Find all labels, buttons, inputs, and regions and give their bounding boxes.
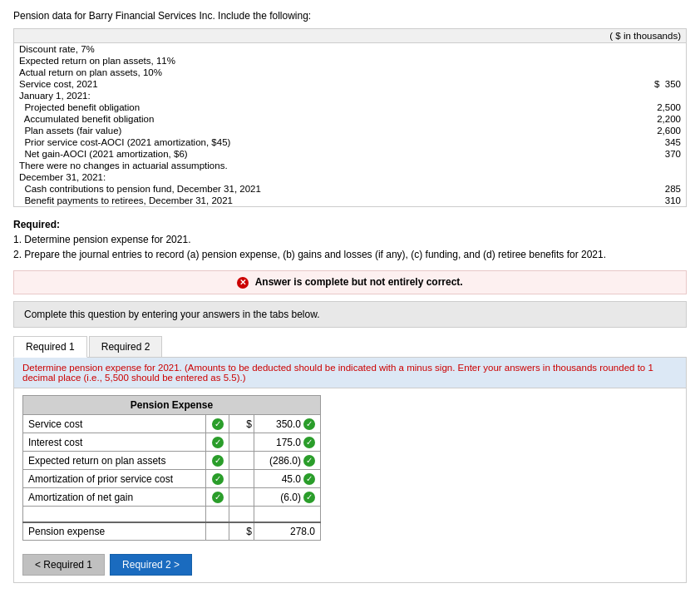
table-row: Service cost, 2021 $ 350: [14, 78, 686, 90]
check-icon: ✓: [212, 492, 224, 503]
row-value: [586, 171, 686, 183]
row-value: (6.0) ✓: [254, 488, 321, 507]
row-value: (286.0) ✓: [254, 452, 321, 470]
pension-total-row: Pension expense $ 278.0: [23, 522, 321, 541]
table-row: Discount rate, 7%: [14, 43, 686, 56]
tab-required2[interactable]: Required 2: [89, 336, 163, 357]
pension-table-header-label: Pension Expense: [23, 396, 321, 415]
row-check: ✓: [206, 415, 229, 433]
row-label: Discount rate, 7%: [14, 43, 586, 56]
row-label: Actual return on plan assets, 10%: [14, 67, 586, 78]
total-dollar: $: [229, 522, 254, 541]
row-label: Expected return on plan assets, 11%: [14, 55, 586, 67]
check-icon: ✓: [303, 418, 315, 430]
required-item2: 2. Prepare the journal entries to record…: [13, 247, 687, 262]
answer-banner-text: Answer is complete but not entirely corr…: [255, 276, 463, 288]
check-icon: ✓: [212, 418, 224, 430]
pension-expense-table: Pension Expense Service cost ✓ $ 350.0 ✓…: [22, 395, 321, 541]
row-label: Amortization of net gain: [23, 488, 206, 507]
row-label: Expected return on plan assets: [23, 452, 206, 470]
prev-button[interactable]: < Required 1: [22, 554, 105, 576]
row-dollar: [229, 452, 254, 470]
required-heading: Required:: [13, 219, 60, 230]
complete-box: Complete this question by entering your …: [13, 301, 687, 328]
cell-value: 350.0: [276, 418, 301, 430]
check-icon: ✓: [303, 455, 315, 467]
answer-banner: ✕ Answer is complete but not entirely co…: [13, 270, 687, 294]
nav-buttons: < Required 1 Required 2 >: [14, 547, 686, 582]
spacer-cell: [254, 507, 321, 523]
required-item1: 1. Determine pension expense for 2021.: [13, 232, 687, 247]
table-row: Service cost ✓ $ 350.0 ✓: [23, 415, 321, 433]
row-value: [586, 55, 686, 67]
row-label: Prior service cost-AOCI (2021 amortizati…: [14, 136, 586, 148]
table-row: Plan assets (fair value) 2,600: [14, 125, 686, 136]
required-section: Required: 1. Determine pension expense f…: [13, 217, 687, 262]
row-label: Plan assets (fair value): [14, 125, 586, 136]
row-dollar: [229, 470, 254, 488]
row-value: 2,200: [586, 113, 686, 125]
row-check: ✓: [206, 470, 229, 488]
row-dollar: [229, 433, 254, 452]
row-value: $ 350: [586, 78, 686, 90]
cell-value: 45.0: [282, 473, 301, 485]
data-table-header-row: ( $ in thousands): [14, 29, 686, 43]
spacer-cell: [23, 507, 206, 523]
row-label: December 31, 2021:: [14, 171, 586, 183]
row-label: January 1, 2021:: [14, 90, 586, 101]
table-row: December 31, 2021:: [14, 171, 686, 183]
table-row: Benefit payments to retirees, December 3…: [14, 195, 686, 206]
row-label: Benefit payments to retirees, December 3…: [14, 195, 586, 206]
instruction-bar: Determine pension expense for 2021. (Amo…: [14, 358, 686, 388]
data-table-value-header: ( $ in thousands): [586, 29, 686, 43]
data-table: ( $ in thousands) Discount rate, 7% Expe…: [14, 29, 686, 206]
check-icon: ✓: [212, 455, 224, 467]
check-icon: ✓: [303, 492, 315, 503]
next-button[interactable]: Required 2 >: [110, 554, 192, 576]
error-icon: ✕: [237, 277, 249, 289]
check-icon: ✓: [303, 437, 315, 448]
row-label: Net gain-AOCI (2021 amortization, $6): [14, 148, 586, 160]
row-dollar: [229, 488, 254, 507]
check-icon: ✓: [303, 473, 315, 485]
instruction-text: Determine pension expense for 2021. (Amo…: [22, 363, 653, 383]
row-value: 310: [586, 195, 686, 206]
row-value: [586, 90, 686, 101]
table-row: There were no changes in actuarial assum…: [14, 160, 686, 171]
row-label: There were no changes in actuarial assum…: [14, 160, 586, 171]
row-label: Cash contributions to pension fund, Dece…: [14, 183, 586, 195]
row-check: ✓: [206, 433, 229, 452]
row-value: 350.0 ✓: [254, 415, 321, 433]
row-value: 45.0 ✓: [254, 470, 321, 488]
total-check: [206, 522, 229, 541]
table-row: January 1, 2021:: [14, 90, 686, 101]
table-row: Projected benefit obligation 2,500: [14, 101, 686, 113]
tabs-row: Required 1 Required 2: [13, 336, 687, 358]
row-label: Amortization of prior service cost: [23, 470, 206, 488]
row-value: 2,500: [586, 101, 686, 113]
row-value: [586, 67, 686, 78]
pension-table-header: Pension Expense: [23, 396, 321, 415]
data-table-wrapper: ( $ in thousands) Discount rate, 7% Expe…: [13, 28, 687, 207]
spacer-cell: [206, 507, 229, 523]
check-icon: ✓: [212, 437, 224, 448]
tab-content: Determine pension expense for 2021. (Amo…: [13, 358, 687, 583]
row-value: 175.0 ✓: [254, 433, 321, 452]
row-label: Interest cost: [23, 433, 206, 452]
tab-required1[interactable]: Required 1: [13, 336, 87, 358]
total-value: 278.0: [254, 522, 321, 541]
intro-text: Pension data for Barry Financial Service…: [13, 10, 687, 22]
row-label: Service cost: [23, 415, 206, 433]
table-row: Cash contributions to pension fund, Dece…: [14, 183, 686, 195]
table-row: Net gain-AOCI (2021 amortization, $6) 37…: [14, 148, 686, 160]
row-value: 345: [586, 136, 686, 148]
table-row: Actual return on plan assets, 10%: [14, 67, 686, 78]
total-amount: 278.0: [290, 526, 315, 537]
cell-value: (286.0): [269, 455, 301, 467]
table-row: Interest cost ✓ 175.0 ✓: [23, 433, 321, 452]
data-table-label-header: [14, 29, 586, 43]
row-value: [586, 43, 686, 56]
row-dollar: $: [229, 415, 254, 433]
row-label: Projected benefit obligation: [14, 101, 586, 113]
complete-box-text: Complete this question by entering your …: [24, 309, 320, 320]
